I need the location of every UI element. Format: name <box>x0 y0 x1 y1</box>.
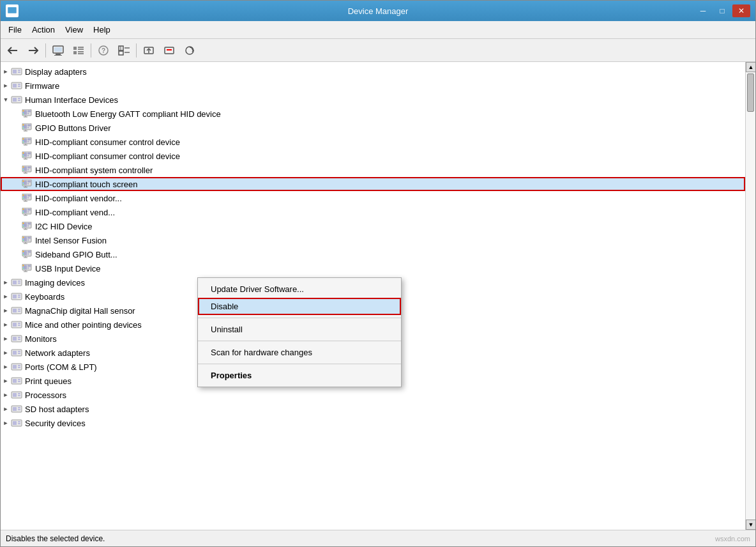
svg-point-90 <box>23 181 24 182</box>
tree-label-hid-system: HID-compliant system controller <box>35 166 153 175</box>
svg-rect-50 <box>27 125 31 127</box>
tree-expand-firmware[interactable]: ► <box>1 81 11 91</box>
tree-node-intel-sensor[interactable]: Intel Sensor Fusion <box>1 233 745 247</box>
svg-rect-189 <box>18 421 20 422</box>
svg-rect-36 <box>13 98 17 102</box>
tree-node-sideband-gpio[interactable]: Sideband GPIO Butt... <box>1 247 745 261</box>
svg-point-127 <box>23 238 24 240</box>
svg-rect-21 <box>125 52 130 53</box>
tree-label-hid-touch: HID-compliant touch screen <box>35 180 137 189</box>
tree-node-security[interactable]: ► Security devices <box>1 416 745 430</box>
svg-rect-7 <box>56 54 61 55</box>
tree-node-hid-vendor-2[interactable]: HID-compliant vend... <box>1 205 745 219</box>
tree-node-hid-vendor-1[interactable]: HID-compliant vendor... <box>1 191 745 205</box>
ctx-update-driver[interactable]: Update Driver Software... <box>198 281 401 298</box>
ctx-scan[interactable]: Scan for hardware changes <box>198 344 401 361</box>
tree-expand-sd-host[interactable]: ► <box>1 404 11 414</box>
tree-view[interactable]: ► Display adapters► Firmware▼ Human Inte… <box>1 62 745 530</box>
tree-node-hid-system[interactable]: HID-compliant system controller <box>1 163 745 177</box>
svg-point-101 <box>23 198 24 199</box>
tree-node-processors[interactable]: ► Processors <box>1 388 745 402</box>
ctx-disable[interactable]: Disable <box>198 298 401 315</box>
ctx-uninstall[interactable]: Uninstall <box>198 321 401 338</box>
menu-file[interactable]: File <box>3 23 27 36</box>
tree-expand-mice[interactable]: ► <box>1 320 11 330</box>
svg-rect-104 <box>27 209 31 211</box>
tree-label-imaging: Imaging devices <box>25 278 85 288</box>
tree-expand-print-queues[interactable]: ► <box>1 376 11 386</box>
svg-rect-139 <box>24 265 27 270</box>
svg-point-109 <box>23 210 24 212</box>
close-button[interactable]: ✕ <box>732 4 750 17</box>
tree-label-security: Security devices <box>25 419 86 428</box>
minimize-button[interactable]: ─ <box>694 4 712 17</box>
tree-expand-network[interactable]: ► <box>1 348 11 358</box>
tree-node-display-adapters[interactable]: ► Display adapters <box>1 65 745 79</box>
svg-rect-103 <box>24 209 27 213</box>
tree-expand-processors[interactable]: ► <box>1 390 11 400</box>
vertical-scrollbar[interactable]: ▲ ▼ <box>745 62 755 530</box>
uninstall-toolbar-button[interactable] <box>160 42 179 59</box>
svg-rect-8 <box>54 55 62 56</box>
tree-node-sd-host[interactable]: ► SD host adapters <box>1 402 745 416</box>
svg-rect-188 <box>13 421 17 425</box>
window-title: Device Manager <box>348 6 409 16</box>
svg-rect-121 <box>24 237 27 242</box>
scan-toolbar-button[interactable] <box>180 42 199 59</box>
tree-node-firmware[interactable]: ► Firmware <box>1 79 745 93</box>
svg-point-100 <box>23 196 24 197</box>
svg-rect-132 <box>27 254 29 255</box>
tree-expand-imaging[interactable]: ► <box>1 277 11 288</box>
tree-expand-human-interface[interactable]: ▼ <box>1 95 11 105</box>
title-bar-controls: ─ □ ✕ <box>694 4 750 17</box>
ctx-properties[interactable]: Properties <box>198 367 401 384</box>
device-icon-mice <box>11 320 22 330</box>
list-button[interactable] <box>69 42 88 59</box>
app-icon <box>6 4 19 17</box>
svg-point-56 <box>23 128 24 129</box>
tree-node-gpio-buttons[interactable]: GPIO Buttons Driver <box>1 121 745 135</box>
status-bar: Disables the selected device. wsxdn.com <box>1 530 755 546</box>
tree-node-i2c-hid[interactable]: I2C HID Device <box>1 219 745 233</box>
tree-node-hid-touch[interactable]: HID-compliant touch screen <box>1 177 745 191</box>
tree-node-hid-consumer-2[interactable]: HID-compliant consumer control device <box>1 149 745 163</box>
forward-button[interactable] <box>24 42 43 59</box>
device-icon-sideband-gpio <box>21 249 33 259</box>
update-driver-toolbar-button[interactable] <box>139 42 158 59</box>
device-icon-ports <box>11 362 22 372</box>
tree-expand-display-adapters[interactable]: ► <box>1 66 11 77</box>
svg-rect-2 <box>9 15 15 15</box>
svg-rect-37 <box>18 98 20 99</box>
tree-expand-hid-vendor-2 <box>11 207 21 217</box>
menu-action[interactable]: Action <box>27 23 60 36</box>
properties-toolbar-button[interactable] <box>49 42 68 59</box>
expand-button[interactable] <box>114 42 133 59</box>
restore-button[interactable]: □ <box>713 4 731 17</box>
svg-point-117 <box>23 223 24 224</box>
help-button[interactable]: ? <box>94 42 113 59</box>
tree-expand-keyboards[interactable]: ► <box>1 291 11 302</box>
scroll-thumb[interactable] <box>747 73 754 112</box>
tree-node-usb-input[interactable]: USB Input Device <box>1 261 745 275</box>
svg-point-54 <box>23 125 24 126</box>
scroll-up-button[interactable]: ▲ <box>746 62 755 72</box>
tree-expand-security[interactable]: ► <box>1 418 11 428</box>
tree-expand-bluetooth-hid <box>11 109 21 119</box>
tree-node-bluetooth-hid[interactable]: Bluetooth Low Energy GATT compliant HID … <box>1 107 745 121</box>
tree-expand-magnachip[interactable]: ► <box>1 305 11 316</box>
tree-expand-monitors[interactable]: ► <box>1 334 11 344</box>
tree-node-hid-consumer-1[interactable]: HID-compliant consumer control device <box>1 135 745 149</box>
tree-expand-ports[interactable]: ► <box>1 362 11 372</box>
svg-rect-68 <box>27 153 31 155</box>
scroll-down-button[interactable]: ▼ <box>746 520 755 530</box>
device-icon-magnachip <box>11 305 22 316</box>
menu-view[interactable]: View <box>60 23 88 36</box>
tree-label-monitors: Monitors <box>25 334 57 344</box>
device-icon-hid-consumer-1 <box>21 137 33 147</box>
scroll-track[interactable] <box>746 72 755 520</box>
svg-rect-11 <box>78 47 84 48</box>
menu-help[interactable]: Help <box>88 23 116 36</box>
back-button[interactable] <box>3 42 22 59</box>
device-icon-monitors <box>11 334 22 344</box>
tree-node-human-interface[interactable]: ▼ Human Interface Devices <box>1 93 745 107</box>
